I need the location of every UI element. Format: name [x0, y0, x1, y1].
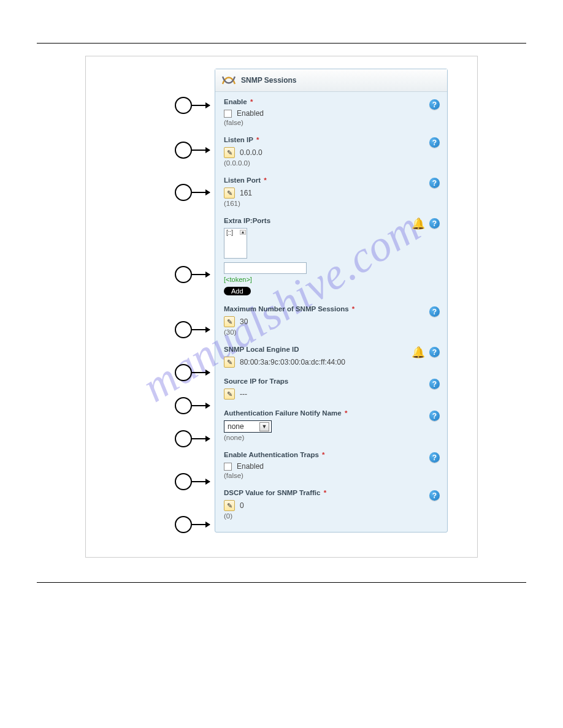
callout-2 [175, 142, 210, 159]
source-ip-value: --- [240, 390, 247, 398]
dscp-value: 0 [240, 501, 244, 510]
listen-ip-default: (0.0.0.0) [224, 159, 439, 167]
help-icon[interactable]: ? [429, 306, 440, 317]
scroll-up-icon[interactable]: ▲ [240, 230, 246, 235]
auth-notify-default: (none) [224, 434, 439, 441]
edit-icon[interactable]: ✎ [224, 316, 235, 327]
auth-notify-label-text: Authentication Failure Notify Name [224, 409, 342, 417]
callout-3 [175, 184, 210, 201]
listen-port-label-text: Listen Port [224, 176, 261, 184]
listen-port-default: (161) [224, 200, 439, 207]
callout-6 [175, 364, 210, 381]
help-icon[interactable]: ? [429, 379, 440, 389]
auth-traps-label-text: Enable Authentication Traps [224, 451, 319, 458]
source-ip-label: Source IP for Traps [224, 377, 439, 385]
callout-1 [175, 97, 210, 114]
field-listen-port: Listen Port * ? ✎ 161 (161) [224, 176, 439, 207]
extra-listbox[interactable]: [::] ▲ [224, 228, 247, 259]
edit-icon[interactable]: ✎ [224, 500, 235, 511]
required-marker: * [352, 305, 354, 313]
enable-label: Enable * [224, 98, 439, 105]
field-extra-ip-ports: Extra IP:Ports ? 🔔 [::] ▲ [<token>] Add [224, 217, 439, 295]
extra-label: Extra IP:Ports [224, 217, 439, 224]
required-marker: * [324, 489, 326, 496]
edit-icon[interactable]: ✎ [224, 188, 235, 199]
listbox-item: [::] [226, 229, 233, 236]
enable-default: (false) [224, 119, 439, 126]
listen-ip-value: 0.0.0.0 [240, 148, 262, 157]
dropdown-icon[interactable]: ▼ [259, 422, 269, 431]
edit-icon[interactable]: ✎ [224, 389, 235, 400]
auth-traps-label: Enable Authentication Traps * [224, 451, 439, 458]
max-sessions-label: Maximum Number of SNMP Sessions * [224, 305, 439, 313]
field-source-ip: Source IP for Traps ? ✎ --- [224, 377, 439, 400]
required-marker: * [264, 176, 266, 184]
dscp-default: (0) [224, 512, 439, 520]
extra-token-input[interactable] [224, 262, 307, 274]
listen-port-label: Listen Port * [224, 176, 439, 184]
page-bottom-rule [37, 582, 526, 583]
edit-icon[interactable]: ✎ [224, 147, 235, 158]
max-sessions-value: 30 [240, 317, 248, 326]
listen-ip-label-text: Listen IP [224, 136, 253, 143]
enable-label-text: Enable [224, 98, 247, 105]
callout-8 [175, 430, 210, 447]
required-marker: * [322, 451, 324, 458]
help-icon[interactable]: ? [429, 178, 440, 188]
help-icon[interactable]: ? [429, 137, 440, 148]
snmp-sessions-panel: SNMP Sessions Enable * ? Enabled (false) [215, 69, 448, 533]
reset-icon[interactable]: 🔔 [412, 217, 425, 230]
max-sessions-label-text: Maximum Number of SNMP Sessions [224, 305, 349, 313]
figure-frame: manualshive.com SNMP Sessions Enable * ? [85, 56, 478, 558]
field-auth-traps: Enable Authentication Traps * ? Enabled … [224, 451, 439, 479]
panel-body: Enable * ? Enabled (false) Listen IP * ? [215, 92, 447, 532]
callout-10 [175, 516, 210, 533]
add-button[interactable]: Add [224, 287, 251, 295]
help-icon[interactable]: ? [429, 347, 440, 357]
required-marker: * [345, 409, 347, 417]
panel-logo-icon [221, 74, 236, 86]
callout-5 [175, 321, 210, 338]
auth-traps-default: (false) [224, 472, 439, 479]
auth-notify-select[interactable]: none ▼ [224, 420, 272, 433]
help-icon[interactable]: ? [429, 490, 440, 501]
help-icon[interactable]: ? [429, 99, 440, 110]
dscp-label-text: DSCP Value for SNMP Traffic [224, 489, 320, 496]
field-dscp: DSCP Value for SNMP Traffic * ? ✎ 0 (0) [224, 489, 439, 520]
callout-9 [175, 473, 210, 490]
auth-traps-option-text: Enabled [237, 462, 264, 471]
panel-header: SNMP Sessions [215, 69, 447, 92]
panel-title: SNMP Sessions [241, 76, 296, 85]
dscp-label: DSCP Value for SNMP Traffic * [224, 489, 439, 496]
enable-option-text: Enabled [237, 109, 264, 118]
callout-4 [175, 266, 210, 283]
engine-id-label: SNMP Local Engine ID [224, 346, 439, 353]
field-engine-id: SNMP Local Engine ID ? 🔔 ✎ 80:00:3a:9c:0… [224, 346, 439, 368]
enable-checkbox[interactable] [224, 110, 232, 118]
callout-7 [175, 397, 210, 414]
required-marker: * [256, 136, 259, 143]
auth-notify-label: Authentication Failure Notify Name * [224, 409, 439, 417]
listen-port-value: 161 [240, 189, 252, 197]
max-sessions-default: (30) [224, 328, 439, 336]
reset-icon[interactable]: 🔔 [412, 346, 425, 359]
page-top-rule [37, 43, 526, 44]
token-hint: [<token>] [224, 276, 439, 283]
auth-traps-checkbox[interactable] [224, 463, 232, 471]
field-enable: Enable * ? Enabled (false) [224, 98, 439, 126]
field-auth-notify: Authentication Failure Notify Name * ? n… [224, 409, 439, 441]
select-value: none [228, 422, 244, 431]
field-max-sessions: Maximum Number of SNMP Sessions * ? ✎ 30… [224, 305, 439, 336]
required-marker: * [250, 98, 253, 105]
help-icon[interactable]: ? [429, 218, 440, 229]
help-icon[interactable]: ? [429, 452, 440, 463]
edit-icon[interactable]: ✎ [224, 357, 235, 368]
engine-id-value: 80:00:3a:9c:03:00:0a:dc:ff:44:00 [240, 358, 345, 366]
help-icon[interactable]: ? [429, 411, 440, 421]
listen-ip-label: Listen IP * [224, 136, 439, 143]
field-listen-ip: Listen IP * ? ✎ 0.0.0.0 (0.0.0.0) [224, 136, 439, 167]
